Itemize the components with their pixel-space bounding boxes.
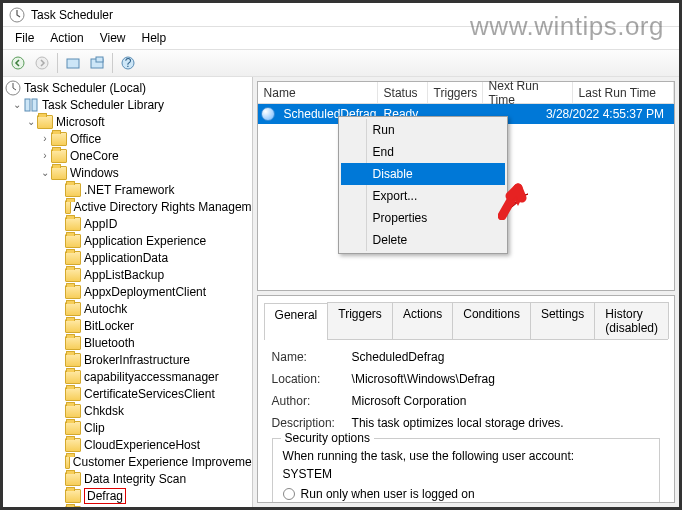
tree-onecore[interactable]: › OneCore [3,147,252,164]
folder-icon [65,472,81,486]
ctx-delete[interactable]: Delete [341,229,505,251]
twist-icon[interactable]: ⌄ [39,167,51,178]
col-status[interactable]: Status [378,82,428,103]
nav-back-button[interactable] [7,52,29,74]
scheduler-icon [5,80,21,96]
tree-item[interactable]: BrokerInfrastructure [3,351,252,368]
folder-icon [65,387,81,401]
tree-windows[interactable]: ⌄ Windows [3,164,252,181]
ctx-export[interactable]: Export... [341,185,505,207]
svg-rect-9 [25,99,30,111]
twist-icon[interactable]: ⌄ [11,99,23,110]
ctx-end[interactable]: End [341,141,505,163]
tree-label: Data Integrity Scan [84,472,186,486]
library-icon [23,97,39,113]
tree-label: Bluetooth [84,336,135,350]
tree-item[interactable]: Device Information [3,504,252,507]
tab-general[interactable]: General [264,303,329,340]
tree-item[interactable]: CloudExperienceHost [3,436,252,453]
tabs: General Triggers Actions Conditions Sett… [264,302,668,340]
cell-next: 3/28/2022 4:55:37 PM [483,107,674,121]
tree-item[interactable]: CertificateServicesClient [3,385,252,402]
tree-library[interactable]: ⌄ Task Scheduler Library [3,96,252,113]
twist-icon[interactable]: › [39,150,51,161]
tree-item[interactable]: AppxDeploymentClient [3,283,252,300]
menu-help[interactable]: Help [134,29,175,47]
tree-item[interactable]: Autochk [3,300,252,317]
svg-point-1 [12,57,24,69]
menu-file[interactable]: File [7,29,42,47]
svg-rect-10 [32,99,37,111]
tree-label: Application Experience [84,234,206,248]
svg-rect-5 [96,57,103,62]
tree-root[interactable]: Task Scheduler (Local) [3,79,252,96]
folder-icon [65,268,81,282]
folder-icon [51,166,67,180]
label-name: Name: [272,350,352,364]
tree-label: Clip [84,421,105,435]
twist-icon[interactable]: ⌄ [25,116,37,127]
tree-item[interactable]: AppListBackup [3,266,252,283]
tree-item[interactable]: Defrag [3,487,252,504]
folder-icon [65,302,81,316]
tree-microsoft[interactable]: ⌄ Microsoft [3,113,252,130]
tree-item[interactable]: Bluetooth [3,334,252,351]
cursor-annotation [498,180,532,220]
titlebar: Task Scheduler [3,3,679,27]
toolbar-action-2[interactable] [86,52,108,74]
col-triggers[interactable]: Triggers [428,82,483,103]
tree-item[interactable]: capabilityaccessmanager [3,368,252,385]
toolbar-action-1[interactable] [62,52,84,74]
tree-item[interactable]: Data Integrity Scan [3,470,252,487]
tree-label: Task Scheduler (Local) [24,81,146,95]
toolbar-separator [112,53,113,73]
tree-label: .NET Framework [84,183,174,197]
tree-item[interactable]: Customer Experience Improveme [3,453,252,470]
tab-conditions[interactable]: Conditions [452,302,531,339]
folder-icon [65,234,81,248]
tree-office[interactable]: › Office [3,130,252,147]
radio-label: Run only when user is logged on [301,487,475,501]
toolbar-separator [57,53,58,73]
col-last[interactable]: Last Run Time [573,82,674,103]
radio-icon [283,488,295,500]
list-header: Name Status Triggers Next Run Time Last … [258,82,674,104]
tree-item[interactable]: Active Directory Rights Managem [3,198,252,215]
tree-label: Defrag [84,488,126,504]
tree-item[interactable]: .NET Framework [3,181,252,198]
nav-forward-button[interactable] [31,52,53,74]
tab-history[interactable]: History (disabled) [594,302,669,339]
folder-icon [65,370,81,384]
tree-item[interactable]: AppID [3,215,252,232]
tree-label: ApplicationData [84,251,168,265]
folder-icon [65,353,81,367]
ctx-properties[interactable]: Properties [341,207,505,229]
toolbar-help-button[interactable]: ? [117,52,139,74]
tab-triggers[interactable]: Triggers [327,302,393,339]
tab-settings[interactable]: Settings [530,302,595,339]
menu-view[interactable]: View [92,29,134,47]
folder-icon [65,489,81,503]
ctx-disable[interactable]: Disable [341,163,505,185]
folder-icon [65,404,81,418]
ctx-run[interactable]: Run [341,119,505,141]
tree-label: Task Scheduler Library [42,98,164,112]
radio-logged-on[interactable]: Run only when user is logged on [283,487,649,501]
tree-label: AppxDeploymentClient [84,285,206,299]
tree-item[interactable]: Clip [3,419,252,436]
col-next[interactable]: Next Run Time [483,82,573,103]
folder-icon [65,217,81,231]
menu-action[interactable]: Action [42,29,91,47]
tree-view[interactable]: Task Scheduler (Local) ⌄ Task Scheduler … [3,77,253,507]
tree-item[interactable]: Chkdsk [3,402,252,419]
value-description: This task optimizes local storage drives… [352,416,660,430]
tree-label: Device Information [84,506,184,508]
twist-icon[interactable]: › [39,133,51,144]
context-menu: Run End Disable Export... Properties Del… [338,116,508,254]
tree-item[interactable]: BitLocker [3,317,252,334]
tree-item[interactable]: ApplicationData [3,249,252,266]
col-name[interactable]: Name [258,82,378,103]
tree-item[interactable]: Application Experience [3,232,252,249]
tab-actions[interactable]: Actions [392,302,453,339]
value-location: \Microsoft\Windows\Defrag [352,372,660,386]
